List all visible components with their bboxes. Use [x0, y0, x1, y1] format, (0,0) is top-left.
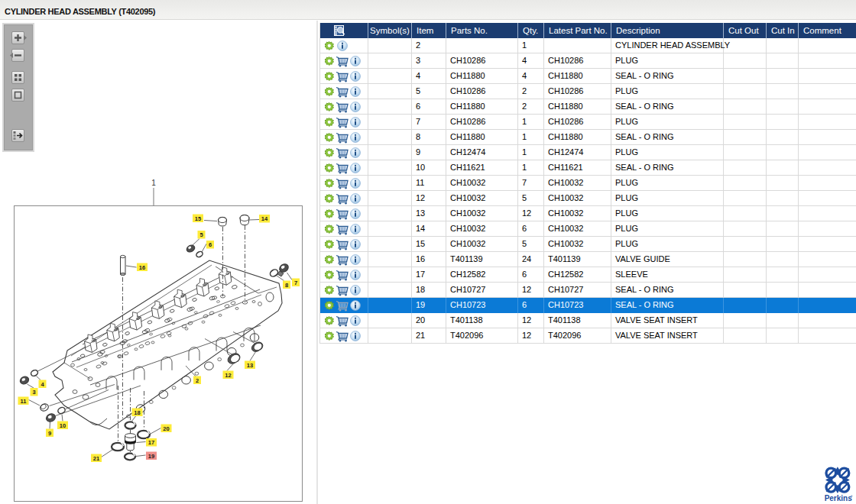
svg-text:20: 20 [163, 425, 169, 432]
svg-text:11: 11 [21, 398, 27, 405]
svg-text:21: 21 [93, 455, 99, 462]
svg-text:6: 6 [209, 241, 212, 248]
svg-text:12: 12 [225, 372, 231, 379]
svg-text:10: 10 [60, 422, 66, 429]
svg-text:5: 5 [199, 231, 203, 238]
svg-text:7: 7 [294, 279, 297, 286]
svg-text:1: 1 [151, 179, 156, 187]
svg-text:Perkins: Perkins [825, 494, 853, 502]
svg-text:18: 18 [134, 409, 140, 416]
svg-text:2: 2 [196, 377, 199, 384]
svg-text:19: 19 [148, 453, 154, 460]
svg-text:3: 3 [32, 389, 35, 396]
svg-text:13: 13 [247, 362, 253, 369]
svg-text:9: 9 [48, 430, 51, 437]
svg-text:8: 8 [285, 282, 288, 289]
svg-text:14: 14 [261, 215, 268, 222]
svg-text:15: 15 [195, 215, 201, 222]
svg-text:17: 17 [148, 439, 154, 446]
svg-text:16: 16 [139, 264, 145, 271]
